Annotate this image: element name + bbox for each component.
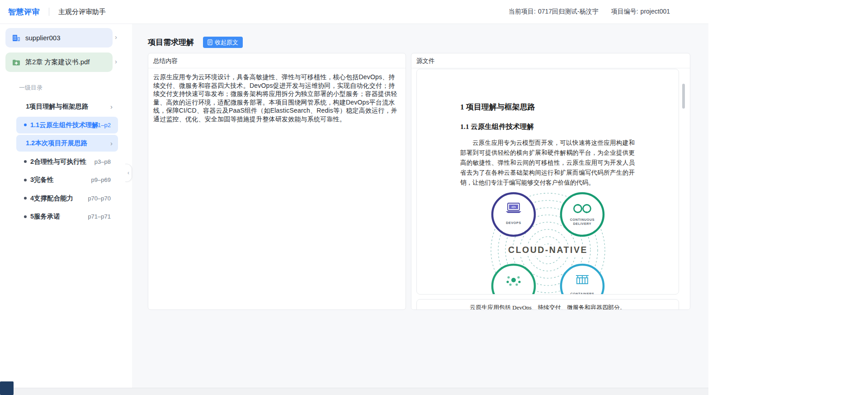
horizontal-scrollbar[interactable] bbox=[0, 388, 708, 395]
tree-item-label: 4支撑配合能力 bbox=[30, 194, 73, 203]
page-range: p70–p70 bbox=[88, 195, 111, 202]
devops-node: </> DEVOPS bbox=[492, 193, 535, 236]
header-divider bbox=[49, 8, 49, 16]
chevron-left-icon: ‹ bbox=[127, 170, 129, 176]
doc-paragraph: 云原生应用专为云模型而开发，可以快速将这些应用构建和部署到可提供轻松的横向扩展和… bbox=[417, 132, 679, 188]
app-root: 智慧评审 主观分评审助手 当前项目: 0717回归测试-杨汶宇 项目编号: pr… bbox=[0, 0, 708, 395]
building-icon bbox=[12, 33, 21, 43]
page-range: p9–p69 bbox=[91, 176, 111, 183]
collapse-source-label: 收起原文 bbox=[215, 38, 238, 47]
chapter-tree: 1项目理解与框架思路 › 1.1云原生组件技术理解 p1–p2 1.2本次项目开… bbox=[0, 98, 132, 225]
tree-item-4[interactable]: 4支撑配合能力 p70–p70 bbox=[16, 190, 118, 207]
project-code-value: project001 bbox=[641, 8, 670, 16]
app-title: 主观分评审助手 bbox=[58, 8, 106, 16]
title-row: 项目需求理解 收起原文 bbox=[148, 37, 243, 48]
doc-heading-1-1: 1.1 云原生组件技术理解 bbox=[417, 112, 679, 132]
chevron-right-icon: › bbox=[115, 57, 117, 66]
svg-text:CONTINUOUS: CONTINUOUS bbox=[570, 218, 594, 222]
summary-panel: 总结内容 云原生应用专为云环境设计，具备高敏捷性、弹性与可移植性，核心包括Dev… bbox=[148, 53, 406, 310]
sidebar: supplier003 › 第2章 方案建议书.pdf › 一级目录 1项目理解… bbox=[0, 24, 132, 388]
tree-item-label: 1.1云原生组件技术理解 bbox=[30, 121, 99, 129]
supplier-item[interactable]: supplier003 bbox=[5, 28, 113, 48]
summary-content: 云原生应用专为云环境设计，具备高敏捷性、弹性与可移植性，核心包括DevOps、持… bbox=[148, 68, 406, 128]
svg-text:DEVOPS: DEVOPS bbox=[506, 221, 521, 225]
pdf-document-item[interactable]: 第2章 方案建议书.pdf bbox=[5, 52, 113, 72]
tree-item-label: 1.2本次项目开展思路 bbox=[26, 139, 87, 148]
top-header: 智慧评审 主观分评审助手 当前项目: 0717回归测试-杨汶宇 项目编号: pr… bbox=[0, 0, 708, 24]
bullet-dot-icon bbox=[24, 215, 27, 218]
tree-item-label: 3完备性 bbox=[30, 176, 54, 184]
tree-item-5[interactable]: 5服务承诺 p71–p71 bbox=[16, 208, 118, 225]
supplier-row: supplier003 › bbox=[0, 28, 132, 48]
document-row: 第2章 方案建议书.pdf › bbox=[0, 52, 132, 72]
source-panel-header: 源文件 bbox=[411, 53, 690, 68]
supplier-name: supplier003 bbox=[25, 34, 61, 42]
cloud-native-diagram: </> DEVOPS bbox=[480, 190, 616, 295]
page-range: p71–p71 bbox=[88, 213, 111, 220]
figure-caption: 云原生应用包括 DevOps、持续交付、微服务和容器四部分。 bbox=[417, 300, 679, 309]
bullet-dot-icon bbox=[24, 179, 27, 181]
microservices-node: MICROSERVICES bbox=[492, 265, 535, 295]
pdf-page-1: 1 项目理解与框架思路 1.1 云原生组件技术理解 云原生应用专为云模型而开发，… bbox=[416, 69, 679, 295]
floating-widget-button[interactable] bbox=[0, 381, 14, 395]
chevron-right-icon: › bbox=[115, 33, 117, 41]
chevron-right-icon: › bbox=[110, 139, 113, 147]
tree-item-label: 2合理性与可执行性 bbox=[30, 157, 86, 166]
tree-item-1-2[interactable]: 1.2本次项目开展思路 › bbox=[16, 135, 118, 152]
collapse-source-button[interactable]: 收起原文 bbox=[203, 37, 243, 48]
main-content: 项目需求理解 收起原文 总结内容 云原生应用专为云环境设计，具备高敏捷性、弹性与… bbox=[132, 24, 708, 388]
project-code-label: 项目编号: bbox=[611, 8, 638, 16]
tree-item-label: 1项目理解与框架思路 bbox=[26, 102, 89, 111]
svg-text:MICROSERVICES: MICROSERVICES bbox=[498, 293, 529, 295]
page-title: 项目需求理解 bbox=[148, 37, 194, 48]
pdf-viewer[interactable]: 1 项目理解与框架思路 1.1 云原生组件技术理解 云原生应用专为云模型而开发，… bbox=[411, 69, 690, 309]
tree-item-1-1[interactable]: 1.1云原生组件技术理解 p1–p2 bbox=[16, 117, 118, 133]
current-project-label: 当前项目: bbox=[509, 8, 536, 16]
page-range: p1–p2 bbox=[94, 122, 111, 128]
current-project: 当前项目: 0717回归测试-杨汶宇 bbox=[509, 8, 599, 16]
continuous-delivery-node: CONTINUOUS DELIVERY bbox=[561, 193, 604, 236]
laptop-icon: </> bbox=[506, 203, 521, 213]
header-project-info: 当前项目: 0717回归测试-杨汶宇 项目编号: project001 bbox=[509, 8, 708, 16]
directory-label: 一级目录 bbox=[19, 84, 132, 92]
document-name: 第2章 方案建议书.pdf bbox=[25, 58, 90, 67]
folder-plus-icon bbox=[12, 58, 21, 67]
brand-logo: 智慧评审 bbox=[8, 7, 40, 17]
current-project-value: 0717回归测试-杨汶宇 bbox=[538, 8, 599, 16]
svg-text:DELIVERY: DELIVERY bbox=[573, 222, 591, 226]
page-range: p3–p8 bbox=[94, 158, 111, 165]
tree-item-3[interactable]: 3完备性 p9–p69 bbox=[16, 171, 118, 188]
tree-item-label: 5服务承诺 bbox=[30, 212, 60, 221]
document-icon bbox=[208, 39, 212, 45]
svg-text:</>: </> bbox=[511, 205, 516, 209]
source-scrollbar-thumb[interactable] bbox=[682, 84, 685, 109]
bullet-dot-icon bbox=[24, 124, 27, 126]
sidebar-collapse-handle[interactable]: ‹ bbox=[125, 164, 132, 182]
bullet-dot-icon bbox=[24, 160, 27, 163]
bullet-dot-icon bbox=[24, 197, 27, 200]
tree-item-2[interactable]: 2合理性与可执行性 p3–p8 bbox=[16, 153, 118, 170]
summary-panel-header: 总结内容 bbox=[148, 53, 406, 68]
cloud-native-label: CLOUD-NATIVE bbox=[508, 245, 588, 255]
source-panel: 源文件 1 项目理解与框架思路 1.1 云原生组件技术理解 云原生应用专为云模型… bbox=[411, 53, 690, 310]
tree-item-1[interactable]: 1项目理解与框架思路 › bbox=[16, 98, 118, 115]
doc-heading-1: 1 项目理解与框架思路 bbox=[417, 69, 679, 112]
pdf-page-2: 云原生应用包括 DevOps、持续交付、微服务和容器四部分。 bbox=[416, 299, 679, 309]
containers-node: CONTAINERS bbox=[561, 265, 604, 295]
svg-text:CONTAINERS: CONTAINERS bbox=[570, 292, 594, 295]
project-code: 项目编号: project001 bbox=[611, 8, 670, 16]
chevron-right-icon: › bbox=[110, 103, 113, 110]
